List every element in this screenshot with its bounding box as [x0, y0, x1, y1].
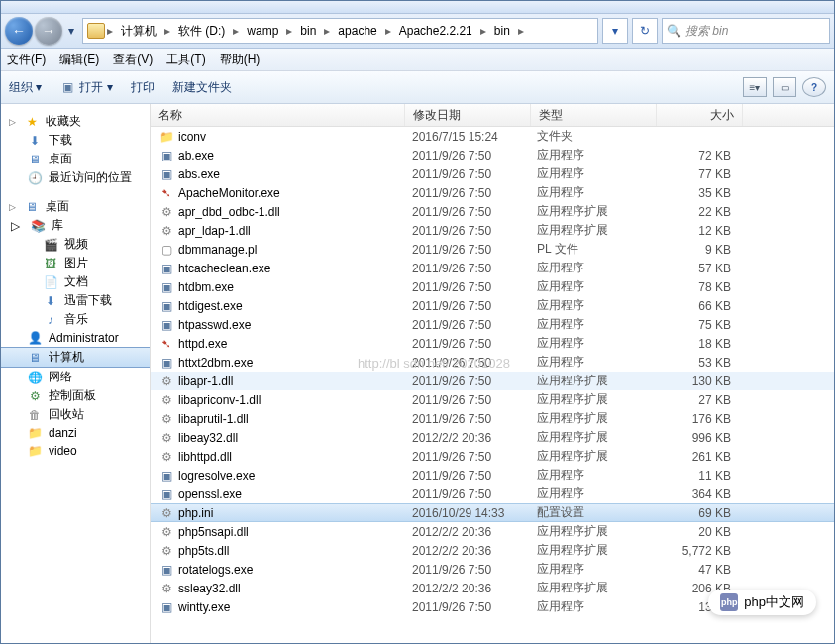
file-size: 996 KB: [654, 431, 739, 445]
sidebar-item-desktop[interactable]: 🖥桌面: [1, 150, 150, 168]
sidebar-item-user[interactable]: 👤Administrator: [1, 329, 150, 347]
file-row[interactable]: ⚙libeay32.dll2012/2/2 20:36应用程序扩展996 KB: [151, 428, 834, 447]
file-row[interactable]: ▣rotatelogs.exe2011/9/26 7:50应用程序47 KB: [151, 560, 834, 579]
file-row[interactable]: ▢dbmmanage.pl2011/9/26 7:50PL 文件9 KB: [151, 240, 834, 259]
nav-forward-button[interactable]: →: [35, 17, 62, 45]
file-size: 35 KB: [654, 186, 739, 200]
file-type: 应用程序扩展: [529, 523, 654, 540]
file-row[interactable]: ⚙apr_dbd_odbc-1.dll2011/9/26 7:50应用程序扩展2…: [151, 202, 834, 221]
breadcrumb-separator-icon[interactable]: ▸: [162, 24, 172, 38]
sidebar-item-recent[interactable]: 🕘最近访问的位置: [1, 168, 150, 187]
file-date: 2011/9/26 7:50: [404, 280, 529, 294]
sidebar-item-folder[interactable]: 📁video: [1, 442, 150, 460]
folder-icon: 📁: [158, 129, 174, 145]
view-options-button[interactable]: ≡▾: [743, 77, 767, 97]
menu-tools[interactable]: 工具(T): [166, 52, 205, 68]
sidebar-item-network[interactable]: 🌐网络: [1, 368, 150, 386]
file-date: 2011/9/26 7:50: [404, 167, 529, 181]
file-row[interactable]: ⚙libapr-1.dll2011/9/26 7:50应用程序扩展130 KB: [151, 372, 834, 390]
file-row[interactable]: ▣openssl.exe2011/9/26 7:50应用程序364 KB: [151, 484, 834, 503]
file-type: 应用程序: [529, 278, 654, 295]
file-row[interactable]: ⚙php5nsapi.dll2012/2/2 20:36应用程序扩展20 KB: [151, 522, 834, 541]
breadcrumb-separator-icon[interactable]: ▸: [105, 24, 115, 38]
file-row[interactable]: ⚙php5ts.dll2012/2/2 20:36应用程序扩展5,772 KB: [151, 541, 834, 560]
file-row[interactable]: ⚙apr_ldap-1.dll2011/9/26 7:50应用程序扩展12 KB: [151, 221, 834, 240]
sidebar-item-control[interactable]: ⚙控制面板: [1, 386, 150, 405]
file-date: 2011/9/26 7:50: [404, 356, 529, 370]
file-row[interactable]: ⚙libapriconv-1.dll2011/9/26 7:50应用程序扩展27…: [151, 390, 834, 409]
file-type: 应用程序扩展: [529, 373, 654, 389]
file-row[interactable]: ▣htcacheclean.exe2011/9/26 7:50应用程序57 KB: [151, 259, 834, 277]
file-date: 2011/9/26 7:50: [404, 393, 529, 407]
breadcrumb-segment[interactable]: 计算机: [115, 19, 162, 43]
open-button[interactable]: ▣ 打开 ▾: [59, 79, 112, 96]
file-row[interactable]: ⚙php.ini2016/10/29 14:33配置设置69 KB: [151, 503, 834, 522]
search-input[interactable]: 🔍 搜索 bin: [662, 18, 830, 44]
organize-button[interactable]: 组织 ▾: [9, 79, 42, 96]
file-type: 应用程序扩展: [529, 580, 654, 596]
preview-pane-button[interactable]: ▭: [773, 77, 796, 97]
column-date[interactable]: 修改日期: [405, 104, 531, 126]
file-row[interactable]: ▣htpasswd.exe2011/9/26 7:50应用程序75 KB: [151, 315, 834, 334]
breadcrumb-separator-icon[interactable]: ▸: [478, 24, 488, 38]
refresh-button[interactable]: ↻: [632, 18, 658, 44]
breadcrumb-separator-icon[interactable]: ▸: [231, 24, 241, 38]
file-row[interactable]: ⚙libaprutil-1.dll2011/9/26 7:50应用程序扩展176…: [151, 409, 834, 428]
breadcrumb-separator-icon[interactable]: ▸: [322, 24, 332, 38]
sidebar-item-folder[interactable]: 📁danzi: [1, 424, 150, 442]
breadcrumb-segment[interactable]: Apache2.2.21: [393, 19, 478, 43]
sidebar-item-picture[interactable]: 🖼图片: [1, 254, 150, 272]
sidebar-item-music[interactable]: ♪音乐: [1, 310, 150, 329]
file-size: 176 KB: [654, 412, 739, 426]
help-button[interactable]: ?: [802, 77, 826, 97]
sidebar-item-library[interactable]: ▷📚库: [1, 216, 150, 235]
sidebar-item-label: 桌面: [49, 151, 72, 167]
nav-history-dropdown[interactable]: ▾: [64, 21, 78, 41]
column-type[interactable]: 类型: [531, 104, 657, 126]
nav-back-button[interactable]: ←: [5, 17, 33, 45]
menu-edit[interactable]: 编辑(E): [59, 52, 99, 68]
print-button[interactable]: 打印: [131, 79, 155, 96]
sidebar-item-video[interactable]: 🎬视频: [1, 235, 150, 254]
menu-file[interactable]: 文件(F): [7, 52, 46, 68]
sidebar-desktop-header[interactable]: ▷ 🖥 桌面: [1, 197, 150, 216]
breadcrumb-segment[interactable]: 软件 (D:): [172, 19, 231, 43]
file-row[interactable]: ▣ab.exe2011/9/26 7:50应用程序72 KB: [151, 146, 834, 164]
file-row[interactable]: ▣logresolve.exe2011/9/26 7:50应用程序11 KB: [151, 466, 834, 484]
file-row[interactable]: ▣htdbm.exe2011/9/26 7:50应用程序78 KB: [151, 277, 834, 296]
breadcrumb-segment[interactable]: bin: [294, 19, 322, 43]
column-name[interactable]: 名称: [151, 104, 405, 126]
new-folder-button[interactable]: 新建文件夹: [172, 79, 232, 96]
breadcrumb-dropdown[interactable]: ▾: [602, 18, 628, 44]
file-row[interactable]: ➷ApacheMonitor.exe2011/9/26 7:50应用程序35 K…: [151, 183, 834, 202]
exe-icon: ▣: [158, 166, 174, 182]
sidebar-item-computer[interactable]: 🖥计算机: [1, 347, 150, 368]
breadcrumb-segment[interactable]: wamp: [241, 19, 284, 43]
file-date: 2016/7/15 15:24: [404, 130, 529, 144]
file-row[interactable]: ➷httpd.exe2011/9/26 7:50应用程序18 KB: [151, 334, 834, 353]
sidebar-item-label: 视频: [64, 236, 88, 253]
file-size: 130 KB: [654, 375, 739, 388]
dll-icon: ⚙: [158, 430, 174, 446]
breadcrumb-separator-icon[interactable]: ▸: [284, 24, 294, 38]
sidebar-item-recycle[interactable]: 🗑回收站: [1, 405, 150, 424]
file-row[interactable]: ▣abs.exe2011/9/26 7:50应用程序77 KB: [151, 164, 834, 183]
breadcrumb-segment[interactable]: apache: [332, 19, 382, 43]
sidebar-item-download[interactable]: ⬇下载: [1, 131, 150, 150]
breadcrumb-segment[interactable]: bin: [488, 19, 516, 43]
file-row[interactable]: 📁iconv2016/7/15 15:24文件夹: [151, 127, 834, 146]
sidebar-favorites-header[interactable]: ▷ ★ 收藏夹: [1, 112, 150, 131]
sidebar-item-label: 网络: [49, 369, 72, 385]
menu-help[interactable]: 帮助(H): [220, 52, 261, 68]
file-size: 364 KB: [654, 487, 739, 501]
breadcrumb-path[interactable]: ▸计算机▸软件 (D:)▸wamp▸bin▸apache▸Apache2.2.2…: [82, 18, 598, 44]
breadcrumb-separator-icon[interactable]: ▸: [516, 24, 526, 38]
file-row[interactable]: ⚙libhttpd.dll2011/9/26 7:50应用程序扩展261 KB: [151, 447, 834, 466]
menu-view[interactable]: 查看(V): [113, 52, 153, 68]
sidebar-item-thunder[interactable]: ⬇迅雷下载: [1, 291, 150, 310]
breadcrumb-separator-icon[interactable]: ▸: [383, 24, 393, 38]
file-row[interactable]: ▣httxt2dbm.exe2011/9/26 7:50应用程序53 KB: [151, 353, 834, 372]
sidebar-item-document[interactable]: 📄文档: [1, 272, 150, 291]
file-row[interactable]: ▣htdigest.exe2011/9/26 7:50应用程序66 KB: [151, 296, 834, 315]
column-size[interactable]: 大小: [657, 104, 743, 126]
